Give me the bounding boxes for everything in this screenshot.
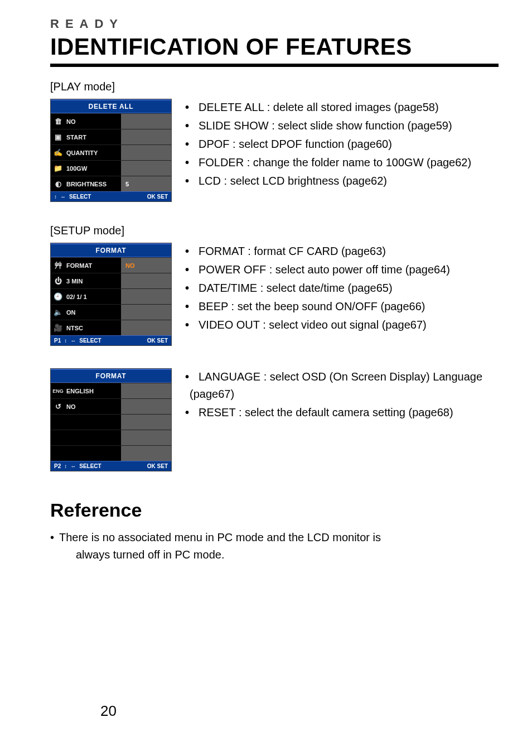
- osd-row[interactable]: ▣ START: [51, 129, 171, 145]
- osd-row-value: [121, 145, 171, 160]
- osd-row-value: [121, 114, 171, 129]
- language-icon: ENG: [51, 383, 65, 398]
- play-mode-section: DELETE ALL 🗑 NO ▣ START ✍ QUANTITY 📁 100…: [50, 99, 499, 202]
- leftright-icon: ↔: [60, 194, 66, 200]
- osd-row-value: 5: [121, 176, 171, 191]
- reference-text: • There is no associated menu in PC mode…: [50, 529, 499, 564]
- osd-row-label: BRIGHTNESS: [65, 176, 121, 191]
- list-item: LCD : select LCD brightness (page62): [187, 172, 499, 190]
- osd-row[interactable]: 🔈 ON: [51, 304, 171, 320]
- play-osd-panel: DELETE ALL 🗑 NO ▣ START ✍ QUANTITY 📁 100…: [50, 99, 172, 202]
- osd-footer-select: SELECT: [79, 338, 101, 344]
- folder-icon: 📁: [51, 161, 65, 176]
- trash-icon: 🗑: [51, 114, 65, 129]
- osd-row-label: FORMAT: [65, 258, 121, 273]
- updown-icon: ↕: [54, 194, 57, 200]
- leftright-icon: ↔: [70, 463, 76, 469]
- osd-row-value: NO: [121, 258, 171, 273]
- osd-row-label: QUANTITY: [65, 145, 121, 160]
- video-icon: 🎥: [51, 320, 65, 335]
- play-mode-label: [PLAY mode]: [50, 80, 499, 93]
- list-item: POWER OFF : select auto power off time (…: [187, 261, 499, 278]
- osd-row-value: [121, 289, 171, 304]
- speaker-icon: 🔈: [51, 305, 65, 320]
- bullet-icon: •: [50, 529, 59, 546]
- power-icon: ⏻: [51, 273, 65, 288]
- reset-icon: ↺: [51, 399, 65, 414]
- osd-row-label: 100GW: [65, 161, 121, 176]
- list-item: FORMAT : format CF CARD (page63): [187, 243, 499, 260]
- osd-row-label: NO: [65, 399, 121, 414]
- list-item: DELETE ALL : delete all stored images (p…: [187, 99, 499, 116]
- leftright-icon: ↔: [70, 338, 76, 344]
- osd-row-blank: [51, 414, 171, 430]
- list-item: RESET : select the default camera settin…: [187, 404, 499, 421]
- play-osd-title: DELETE ALL: [51, 99, 171, 113]
- setup-mode-section-2: FORMAT ENG ENGLISH ↺ NO P2: [50, 368, 499, 471]
- setup-mode-section-1: FORMAT ⾋ FORMAT NO ⏻ 3 MIN 🕘 02/ 1/ 1 🔈 …: [50, 243, 499, 346]
- dpof-icon: ✍: [51, 145, 65, 160]
- list-item: DPOF : select DPOF function (page60): [187, 136, 499, 153]
- reference-heading: Reference: [50, 499, 499, 521]
- osd-row-label: ON: [65, 305, 121, 320]
- osd-row-value: [121, 320, 171, 335]
- setup-osd-panel-1: FORMAT ⾋ FORMAT NO ⏻ 3 MIN 🕘 02/ 1/ 1 🔈 …: [50, 243, 172, 346]
- setup-mode-desc-list-2: LANGUAGE : select OSD (On Screen Display…: [187, 368, 499, 421]
- osd-footer: P2 ↕ ↔ SELECT OK SET: [51, 461, 171, 471]
- slideshow-icon: ▣: [51, 129, 65, 145]
- osd-footer: ↕ ↔ SELECT OK SET: [51, 191, 171, 201]
- osd-footer-page: P1: [54, 338, 61, 344]
- page-title: IDENTIFICATION OF FEATURES: [50, 33, 499, 60]
- osd-row-label: START: [65, 129, 121, 145]
- list-item: FOLDER : change the folder name to 100GW…: [187, 154, 499, 171]
- osd-row[interactable]: 🕘 02/ 1/ 1: [51, 288, 171, 304]
- list-item: SLIDE SHOW : select slide show function …: [187, 117, 499, 134]
- osd-row-blank: [51, 430, 171, 445]
- reference-line2: always turned off in PC mode.: [50, 546, 499, 564]
- osd-row[interactable]: ◐ BRIGHTNESS 5: [51, 176, 171, 191]
- osd-row[interactable]: 🎥 NTSC: [51, 320, 171, 335]
- setup-mode-desc-list-1: FORMAT : format CF CARD (page63) POWER O…: [187, 243, 499, 334]
- clock-icon: 🕘: [51, 289, 65, 304]
- reference-line1: There is no associated menu in PC mode a…: [59, 531, 381, 543]
- format-icon: ⾋: [51, 258, 65, 273]
- osd-row-value: [121, 129, 171, 145]
- setup-osd-title: FORMAT: [51, 369, 171, 383]
- osd-row-label: ENGLISH: [65, 383, 121, 398]
- updown-icon: ↕: [64, 463, 67, 469]
- osd-row-label: 02/ 1/ 1: [65, 289, 121, 304]
- osd-row-label: 3 MIN: [65, 273, 121, 288]
- osd-row-value: [121, 161, 171, 176]
- list-item: VIDEO OUT : select video out signal (pag…: [187, 316, 499, 334]
- setup-osd-panel-2: FORMAT ENG ENGLISH ↺ NO P2: [50, 368, 172, 471]
- osd-footer-select: SELECT: [79, 463, 101, 469]
- osd-footer-set: OK SET: [147, 194, 168, 200]
- osd-row-blank: [51, 445, 171, 461]
- list-item: BEEP : set the beep sound ON/OFF (page66…: [187, 298, 499, 315]
- setup-mode-label: [SETUP mode]: [50, 224, 499, 237]
- osd-row-label: NTSC: [65, 320, 121, 335]
- osd-footer-page: P2: [54, 463, 61, 469]
- osd-row[interactable]: ⾋ FORMAT NO: [51, 257, 171, 273]
- page-number: 20: [100, 702, 117, 720]
- osd-row[interactable]: ENG ENGLISH: [51, 383, 171, 398]
- osd-row-value: [121, 383, 171, 398]
- osd-row[interactable]: ✍ QUANTITY: [51, 145, 171, 160]
- setup-osd-title: FORMAT: [51, 243, 171, 257]
- title-rule: [50, 64, 499, 67]
- list-item: DATE/TIME : select date/time (page65): [187, 280, 499, 297]
- brightness-icon: ◐: [51, 176, 65, 191]
- osd-row[interactable]: ⏻ 3 MIN: [51, 273, 171, 288]
- updown-icon: ↕: [64, 338, 67, 344]
- list-item: LANGUAGE : select OSD (On Screen Display…: [187, 368, 499, 403]
- osd-row-value: [121, 305, 171, 320]
- play-mode-desc-list: DELETE ALL : delete all stored images (p…: [187, 99, 499, 190]
- osd-row[interactable]: 📁 100GW: [51, 160, 171, 176]
- osd-row[interactable]: 🗑 NO: [51, 113, 171, 129]
- osd-footer-set: OK SET: [147, 463, 168, 469]
- osd-row[interactable]: ↺ NO: [51, 398, 171, 414]
- osd-footer: P1 ↕ ↔ SELECT OK SET: [51, 335, 171, 345]
- osd-footer-set: OK SET: [147, 338, 168, 344]
- kicker: READY: [50, 17, 499, 31]
- osd-row-value: [121, 399, 171, 414]
